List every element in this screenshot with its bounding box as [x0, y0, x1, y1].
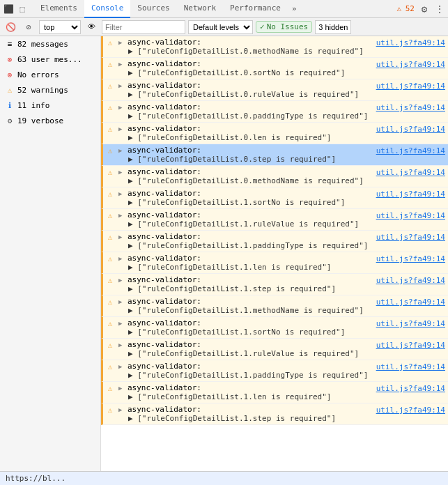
- log-main-line: ▶async-validator:: [118, 340, 372, 349]
- expand-arrow-icon[interactable]: ▶: [118, 385, 125, 392]
- context-select[interactable]: top: [39, 20, 81, 34]
- console-area[interactable]: ⚠▶async-validator:▶ ["ruleConfigDetailLi…: [101, 36, 448, 485]
- tabs-more[interactable]: »: [288, 4, 301, 13]
- log-source[interactable]: util.js?fa49:14: [373, 252, 448, 265]
- log-source[interactable]: util.js?fa49:14: [373, 166, 448, 178]
- warning-triangle-icon: ⚠: [108, 254, 113, 263]
- log-content: ▶async-validator:▶ ["ruleConfigDetailLis…: [117, 382, 373, 403]
- log-source[interactable]: util.js?fa49:14: [373, 123, 448, 135]
- log-content: ▶async-validator:▶ ["ruleConfigDetailLis…: [117, 123, 373, 144]
- log-entry: ⚠▶async-validator:▶ ["ruleConfigDetailLi…: [101, 403, 448, 425]
- log-source[interactable]: util.js?fa49:14: [373, 187, 448, 200]
- expand-arrow-icon[interactable]: ▶: [118, 320, 125, 327]
- expand-arrow-icon[interactable]: ▶: [118, 125, 125, 132]
- log-main-line: ▶async-validator:: [118, 254, 372, 263]
- tab-elements[interactable]: Elements: [33, 0, 84, 18]
- log-icon: ⚠: [103, 144, 117, 157]
- log-entry: ⚠▶async-validator:▶ ["ruleConfigDetailLi…: [101, 36, 448, 58]
- log-icon: ⚠: [103, 101, 117, 114]
- log-icon: ⚠: [103, 295, 117, 308]
- more-options-icon[interactable]: ⋮: [434, 3, 445, 15]
- log-source[interactable]: util.js?fa49:14: [373, 339, 448, 351]
- clear-console-button[interactable]: 🚫: [3, 20, 18, 35]
- warning-badge[interactable]: ⚠ 52: [394, 4, 415, 14]
- expand-arrow-icon[interactable]: ▶: [118, 61, 125, 68]
- log-source[interactable]: util.js?fa49:14: [373, 295, 448, 308]
- log-source[interactable]: util.js?fa49:14: [373, 274, 448, 286]
- log-content: ▶async-validator:▶ ["ruleConfigDetailLis…: [117, 317, 373, 338]
- expand-arrow-icon[interactable]: ▶: [118, 298, 125, 305]
- log-source[interactable]: util.js?fa49:14: [373, 101, 448, 114]
- tab-console[interactable]: Console: [84, 0, 130, 18]
- tab-sources[interactable]: Sources: [130, 0, 176, 18]
- expand-arrow-icon[interactable]: ▶: [118, 255, 125, 262]
- dock-icon[interactable]: ⬛: [3, 3, 14, 15]
- log-main-line: ▶async-validator:: [118, 383, 372, 392]
- tab-performance[interactable]: Performance: [223, 0, 288, 18]
- log-source[interactable]: util.js?fa49:14: [373, 317, 448, 330]
- log-main-line: ▶async-validator:: [118, 232, 372, 241]
- warning-triangle-icon: ⚠: [108, 233, 113, 242]
- log-detail-text: ▶ ["ruleConfigDetailList.1.sortNo is req…: [118, 198, 372, 207]
- settings-icon[interactable]: ⚙: [419, 3, 430, 15]
- tab-network[interactable]: Network: [177, 0, 223, 18]
- sidebar-item-warnings[interactable]: ⚠ 52 warnings: [0, 82, 100, 98]
- log-main-text: async-validator:: [128, 38, 201, 47]
- verbose-icon: ⚙: [6, 116, 14, 125]
- user-icon: ⊗: [6, 55, 14, 63]
- log-detail-text: ▶ ["ruleConfigDetailList.1.methodName is…: [118, 306, 372, 315]
- log-content: ▶async-validator:▶ ["ruleConfigDetailLis…: [117, 187, 373, 208]
- log-main-line: ▶async-validator:: [118, 124, 372, 133]
- log-source[interactable]: util.js?fa49:14: [373, 231, 448, 243]
- sidebar-item-info[interactable]: ℹ 11 info: [0, 98, 100, 113]
- filter-input[interactable]: [102, 20, 185, 34]
- tab-bar: ⬛ ⬚ Elements Console Sources Network Per…: [0, 0, 448, 18]
- log-entry: ⚠▶async-validator:▶ ["ruleConfigDetailLi…: [101, 123, 448, 144]
- log-entry: ⚠▶async-validator:▶ ["ruleConfigDetailLi…: [101, 274, 448, 295]
- log-main-text: async-validator:: [128, 146, 201, 155]
- log-icon: ⚠: [103, 403, 117, 416]
- expand-arrow-icon[interactable]: ▶: [118, 212, 125, 219]
- log-content: ▶async-validator:▶ ["ruleConfigDetailLis…: [117, 58, 373, 79]
- eye-button[interactable]: 👁: [84, 20, 99, 35]
- hidden-button[interactable]: 3 hidden: [315, 20, 351, 34]
- log-source[interactable]: util.js?fa49:14: [373, 144, 448, 157]
- log-source[interactable]: util.js?fa49:14: [373, 79, 448, 92]
- log-main-text: async-validator:: [128, 124, 201, 133]
- log-detail-text: ▶ ["ruleConfigDetailList.1.step is requi…: [118, 414, 372, 423]
- expand-arrow-icon[interactable]: ▶: [118, 406, 125, 413]
- log-content: ▶async-validator:▶ ["ruleConfigDetailLis…: [117, 252, 373, 273]
- warning-triangle-icon: ⚠: [108, 362, 113, 371]
- log-content: ▶async-validator:▶ ["ruleConfigDetailLis…: [117, 166, 373, 187]
- log-content: ▶async-validator:▶ ["ruleConfigDetailLis…: [117, 339, 373, 360]
- level-select[interactable]: Default levels: [188, 20, 253, 34]
- sidebar-item-messages[interactable]: ≡ 82 messages: [0, 36, 100, 52]
- log-main-line: ▶async-validator:: [118, 189, 372, 198]
- sidebar-item-verbose[interactable]: ⚙ 19 verbose: [0, 113, 100, 128]
- expand-arrow-icon[interactable]: ▶: [118, 39, 125, 46]
- warning-triangle-icon: ⚠: [108, 103, 113, 112]
- expand-arrow-icon[interactable]: ▶: [118, 190, 125, 197]
- inspect-icon[interactable]: ⬚: [17, 3, 28, 15]
- log-entry: ⚠▶async-validator:▶ ["ruleConfigDetailLi…: [101, 231, 448, 252]
- log-icon: ⚠: [103, 209, 117, 222]
- expand-arrow-icon[interactable]: ▶: [118, 233, 125, 240]
- log-source[interactable]: util.js?fa49:14: [373, 403, 448, 416]
- expand-arrow-icon[interactable]: ▶: [118, 82, 125, 89]
- log-source[interactable]: util.js?fa49:14: [373, 360, 448, 373]
- log-source[interactable]: util.js?fa49:14: [373, 36, 448, 49]
- expand-arrow-icon[interactable]: ▶: [118, 169, 125, 176]
- expand-arrow-icon[interactable]: ▶: [118, 341, 125, 348]
- filter-icon[interactable]: ⊘: [21, 20, 36, 35]
- log-entry: ⚠▶async-validator:▶ ["ruleConfigDetailLi…: [101, 187, 448, 209]
- log-source[interactable]: util.js?fa49:14: [373, 58, 448, 70]
- expand-arrow-icon[interactable]: ▶: [118, 147, 125, 154]
- log-source[interactable]: util.js?fa49:14: [373, 209, 448, 222]
- sidebar-item-user-messages[interactable]: ⊗ 63 user mes...: [0, 52, 100, 67]
- no-issues-badge[interactable]: ✓ No Issues: [256, 21, 312, 33]
- expand-arrow-icon[interactable]: ▶: [118, 363, 125, 370]
- sidebar-item-errors[interactable]: ⊗ No errors: [0, 67, 100, 82]
- log-source[interactable]: util.js?fa49:14: [373, 382, 448, 394]
- expand-arrow-icon[interactable]: ▶: [118, 277, 125, 284]
- expand-arrow-icon[interactable]: ▶: [118, 104, 125, 111]
